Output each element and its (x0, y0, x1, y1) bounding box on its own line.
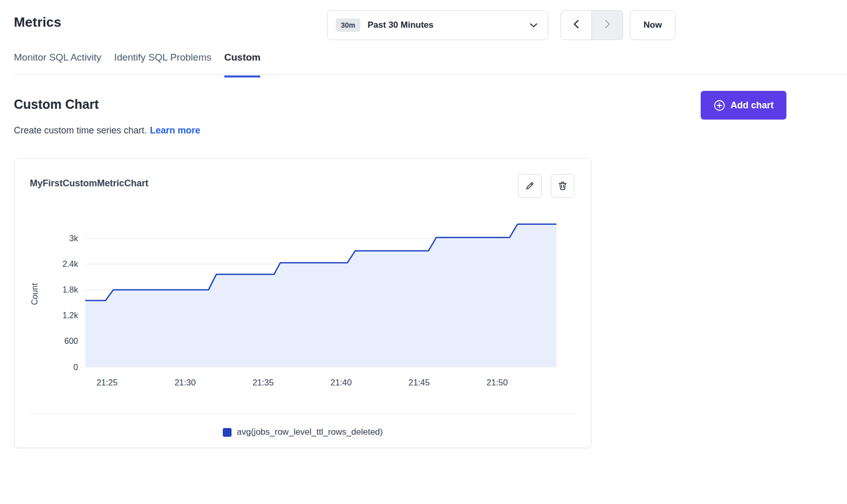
legend-divider (30, 414, 575, 414)
trash-icon (557, 181, 568, 191)
svg-text:0: 0 (73, 363, 78, 372)
time-range-badge: 30m (336, 18, 360, 32)
circle-plus-icon (714, 100, 725, 111)
custom-chart-card: MyFirstCustomMetricChart 06001.2k1.8k2.4… (14, 158, 591, 448)
section-subtitle: Create custom time series chart.Learn mo… (14, 125, 200, 136)
svg-text:2.4k: 2.4k (63, 260, 79, 268)
tabs-divider (14, 74, 847, 75)
tab-monitor-sql-activity[interactable]: Monitor SQL Activity (14, 52, 101, 77)
previous-range-button[interactable] (561, 10, 592, 40)
svg-text:1.2k: 1.2k (63, 311, 79, 320)
delete-chart-button[interactable] (551, 174, 574, 198)
svg-text:21:30: 21:30 (175, 378, 196, 387)
time-step-controls (561, 10, 623, 40)
chevron-down-icon (530, 23, 537, 28)
page-title: Metrics (14, 14, 61, 30)
time-range-dropdown[interactable]: 30m Past 30 Minutes (327, 10, 548, 40)
y-axis-label: Count (30, 283, 39, 305)
pencil-icon (525, 181, 535, 191)
chart-title: MyFirstCustomMetricChart (30, 178, 148, 189)
section-heading: Custom Chart (14, 97, 99, 112)
timeseries-chart[interactable]: 06001.2k1.8k2.4k3k21:2521:3021:3521:4021… (15, 207, 591, 402)
svg-text:21:45: 21:45 (409, 378, 430, 387)
legend-item[interactable]: avg(jobs_row_level_ttl_rows_deleted) (15, 427, 591, 437)
now-button[interactable]: Now (630, 10, 676, 40)
svg-text:21:25: 21:25 (97, 378, 118, 387)
svg-text:600: 600 (64, 337, 78, 345)
svg-text:1.8k: 1.8k (63, 285, 79, 294)
chevron-left-icon (573, 19, 580, 31)
svg-text:21:35: 21:35 (253, 378, 274, 387)
svg-text:3k: 3k (69, 234, 79, 243)
legend-swatch (223, 428, 232, 437)
add-chart-label: Add chart (730, 100, 774, 111)
svg-text:21:40: 21:40 (331, 378, 352, 387)
learn-more-link[interactable]: Learn more (150, 125, 200, 135)
edit-chart-button[interactable] (518, 174, 542, 198)
time-range-label: Past 30 Minutes (368, 20, 530, 30)
add-chart-button[interactable]: Add chart (701, 91, 786, 120)
legend-label: avg(jobs_row_level_ttl_rows_deleted) (237, 427, 382, 437)
next-range-button[interactable] (592, 10, 623, 40)
tab-identify-sql-problems[interactable]: Identify SQL Problems (114, 52, 211, 77)
metrics-tabs: Monitor SQL Activity Identify SQL Proble… (14, 52, 260, 77)
chevron-right-icon (604, 19, 611, 31)
subtitle-text: Create custom time series chart. (14, 125, 147, 135)
svg-text:21:50: 21:50 (487, 378, 508, 387)
tab-custom[interactable]: Custom (224, 52, 261, 77)
